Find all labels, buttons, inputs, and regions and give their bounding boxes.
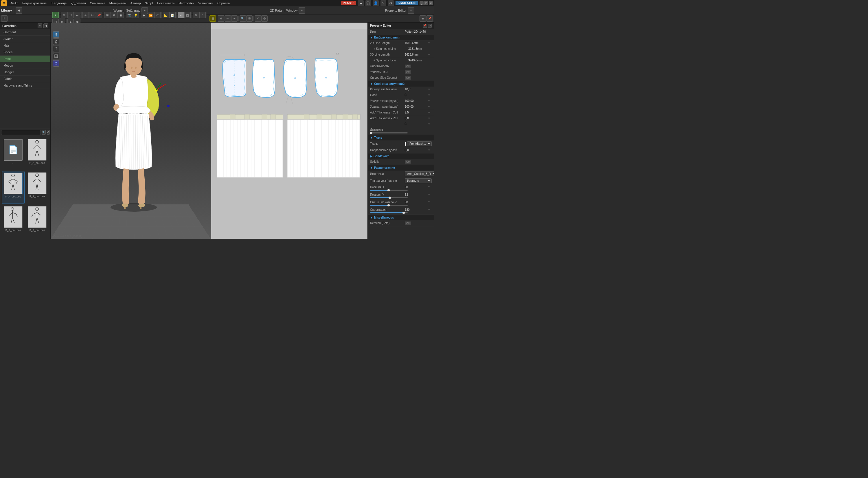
- sidebar-item-fabric[interactable]: Fabric: [0, 76, 50, 82]
- edit-shrink2[interactable]: ✏: [428, 105, 432, 109]
- sidebar-refresh-btn[interactable]: ↺: [47, 130, 50, 135]
- menu-file[interactable]: Файл: [9, 1, 20, 5]
- tb-note-btn[interactable]: 📝: [169, 12, 176, 18]
- sidebar-item-hanger[interactable]: Hanger: [0, 69, 50, 76]
- sidebar-item-garment[interactable]: Garment: [0, 29, 50, 36]
- tb-ext-btn2[interactable]: ↗: [299, 7, 305, 13]
- posy-slider[interactable]: [370, 197, 408, 198]
- menu-2d[interactable]: 2Д детали: [69, 1, 87, 5]
- pose-item-4[interactable]: F_A_po...pos: [26, 171, 49, 204]
- tb-2d-check[interactable]: ✓: [255, 16, 261, 22]
- edit-layer[interactable]: ✏: [428, 93, 432, 97]
- tb-seam-btn[interactable]: ⊛: [193, 12, 199, 18]
- tb-pause-btn[interactable]: ⏸: [1, 16, 7, 22]
- tb-fold-btn[interactable]: ≡: [199, 12, 206, 18]
- tb-pin-btn[interactable]: 📌: [96, 12, 102, 18]
- pose-item-2[interactable]: F_A_po...pos: [26, 138, 49, 170]
- pe-pin-btn[interactable]: 📌: [423, 24, 427, 28]
- help-icon[interactable]: ?: [380, 0, 386, 6]
- tb-wire-btn[interactable]: ⧉: [111, 12, 117, 18]
- pose-item-3[interactable]: F_A_po...pos: [2, 171, 25, 204]
- headphones-icon[interactable]: 🎧: [365, 0, 371, 6]
- edit-thick1[interactable]: ✏: [428, 111, 432, 114]
- fabric-swatch[interactable]: [405, 142, 406, 146]
- tb-cut-btn[interactable]: ✂: [89, 12, 95, 18]
- minimize-button[interactable]: _: [420, 1, 424, 5]
- edit-posy[interactable]: ✏: [428, 193, 432, 196]
- vp-figure-btn[interactable]: [53, 31, 59, 38]
- maximize-button[interactable]: □: [424, 1, 428, 5]
- sidebar-add-icon[interactable]: +: [38, 24, 42, 28]
- tb-texture-btn[interactable]: 🖼: [184, 12, 191, 18]
- tb-grid-btn[interactable]: ⊞: [104, 12, 111, 18]
- tb-prop-pin[interactable]: 📌: [427, 16, 433, 22]
- toggle-remesh[interactable]: Off: [405, 221, 411, 225]
- tb-2d-select[interactable]: ▦: [210, 16, 216, 22]
- vp-camera-btn[interactable]: [53, 46, 59, 52]
- pressure-slider[interactable]: [370, 132, 408, 133]
- tb-reset-btn[interactable]: ↺: [154, 12, 161, 18]
- fabric-section-title[interactable]: ▼ Ткань: [368, 135, 434, 141]
- tb-scale-btn[interactable]: ⇔: [74, 12, 81, 18]
- tb-ext-btn3[interactable]: ↗: [408, 7, 414, 13]
- figure-type-dropdown[interactable]: Изогнуто: [405, 178, 432, 183]
- simulation-button[interactable]: SIMULATION: [396, 1, 418, 5]
- pattern-canvas[interactable]: 1:5: [211, 29, 368, 239]
- tb-solid-btn[interactable]: ◼: [118, 12, 124, 18]
- posx-slider[interactable]: [370, 190, 408, 191]
- fabric-dropdown[interactable]: Front/Back...: [407, 141, 432, 146]
- edit-thick2[interactable]: ✏: [428, 117, 432, 120]
- sim-section-title[interactable]: ▼ Свойства симуляций: [368, 81, 434, 87]
- menu-help[interactable]: Справка: [216, 1, 231, 5]
- pattern-window[interactable]: 1:5: [211, 23, 368, 239]
- menu-show[interactable]: Показывать: [155, 1, 176, 5]
- tb-sim-btn[interactable]: ▶: [141, 12, 147, 18]
- menu-sewing[interactable]: Сшивание: [88, 1, 107, 5]
- vp-wire-btn[interactable]: [53, 53, 59, 59]
- tb-2d-pen[interactable]: ✏: [224, 16, 231, 22]
- tb-camera-btn[interactable]: 📷: [126, 12, 132, 18]
- vp-figure2-btn[interactable]: [53, 38, 59, 45]
- sidebar-item-hair[interactable]: Hair: [0, 42, 50, 49]
- pose-item-6[interactable]: F_A_po...pos: [26, 205, 49, 237]
- point-name-dropdown[interactable]: Arm_Outside_3_R: [405, 171, 434, 176]
- tb-rotate-btn[interactable]: ↺: [67, 12, 74, 18]
- edit-posx[interactable]: ✏: [428, 185, 432, 189]
- menu-3d[interactable]: 3D одежда: [49, 1, 68, 5]
- edit-icon-1[interactable]: ✏: [428, 41, 432, 45]
- orient-slider[interactable]: [370, 212, 408, 213]
- toggle-elasticity[interactable]: Off: [405, 65, 411, 68]
- selected-line-title[interactable]: ▼ Выбранная линия: [368, 35, 434, 40]
- misc-section-title[interactable]: ▼ Miscellaneous: [368, 215, 434, 220]
- tb-move-btn[interactable]: ⊕: [61, 12, 67, 18]
- tb-back-btn[interactable]: ◀: [16, 7, 22, 13]
- edit-icon-2[interactable]: ✏: [428, 53, 432, 56]
- edit-pressure[interactable]: ✏: [428, 122, 432, 126]
- sidebar-collapse-icon[interactable]: ◀: [43, 24, 48, 28]
- edit-mesh[interactable]: ✏: [428, 88, 432, 91]
- settings-icon[interactable]: ⚙: [388, 0, 394, 6]
- pe-close-btn[interactable]: ↗: [428, 24, 432, 28]
- menu-settings[interactable]: Настройки: [177, 1, 196, 5]
- toggle-reinforce[interactable]: Off: [405, 70, 411, 74]
- menu-avatar[interactable]: Аватар: [129, 1, 143, 5]
- menu-install[interactable]: Установки: [196, 1, 215, 5]
- tb-2d-cut[interactable]: ✂: [231, 16, 238, 22]
- edit-orient[interactable]: ✏: [428, 208, 432, 211]
- tb-measure-btn[interactable]: 📐: [163, 12, 169, 18]
- menu-materials[interactable]: Материалы: [107, 1, 128, 5]
- tb-pen-btn[interactable]: ✏: [83, 12, 89, 18]
- menu-edit[interactable]: Редактирование: [21, 1, 48, 5]
- tb-light-btn[interactable]: 💡: [132, 12, 139, 18]
- menu-script[interactable]: Script: [143, 1, 155, 5]
- toggle-solidify[interactable]: Off: [405, 160, 411, 163]
- viewport-3d[interactable]: Version 4.3.298 (139691): [51, 23, 211, 239]
- offset-slider[interactable]: [370, 205, 408, 206]
- user-icon[interactable]: 👤: [373, 0, 379, 6]
- placement-section-title[interactable]: ▼ Расположение: [368, 165, 434, 171]
- cloud-icon[interactable]: ☁: [358, 0, 364, 6]
- tb-select-btn[interactable]: ✦: [52, 12, 59, 18]
- pose-item-5[interactable]: F_A_po...pos: [2, 205, 25, 237]
- edit-shrink1[interactable]: ✏: [428, 99, 432, 103]
- tb-prop-ref[interactable]: ⊞: [420, 16, 426, 22]
